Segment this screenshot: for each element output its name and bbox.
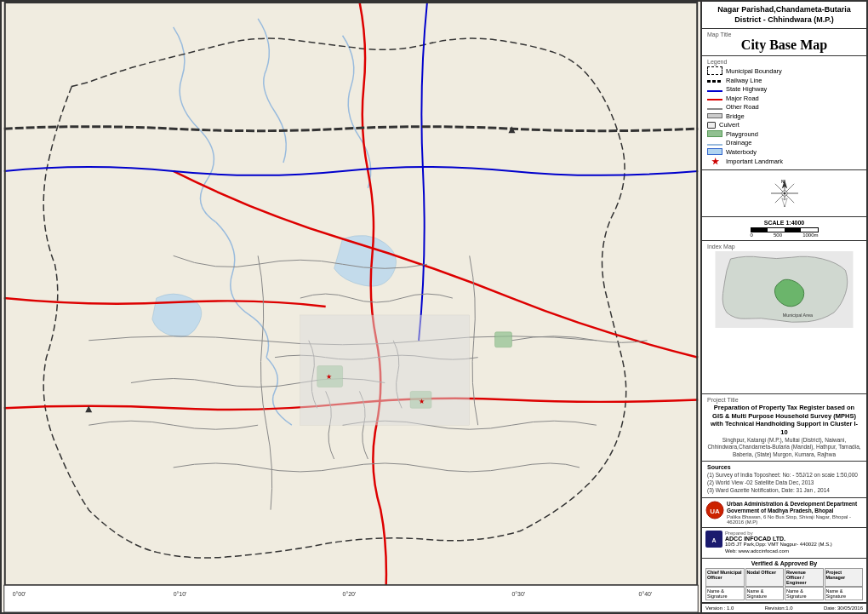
svg-rect-3 <box>495 332 512 347</box>
sig-cell-4: Name & Signature <box>825 587 864 600</box>
svg-rect-0 <box>4 2 698 612</box>
index-map-container: Municipal Area <box>707 251 861 328</box>
legend-item-statehwy: State Highway <box>707 85 861 93</box>
index-section: Index Map Municipal Area <box>702 241 866 394</box>
map-title-section: Map Title City Base Map <box>702 29 866 56</box>
legend-item-landmark: ★ Important Landmark <box>707 157 861 165</box>
verified-header-1: Chief Municipal Officer <box>705 568 745 587</box>
svg-text:UA: UA <box>710 508 720 515</box>
footer-date: Date: 30/05/2016 <box>824 605 863 611</box>
legend-icon-culvert <box>707 122 716 129</box>
legend-item-drainage: Drainage <box>707 139 861 146</box>
svg-text:0°10': 0°10' <box>174 591 187 597</box>
prep-address: 10/5 JT Park,Opp: VMT Nagpur- 440022 (M.… <box>725 542 832 548</box>
legend-item-otherroad: Other Road <box>707 103 861 111</box>
legend-icon-waterbody <box>707 148 722 155</box>
project-title-text: Preparation of Property Tax Register bas… <box>707 404 861 437</box>
legend-label-drainage: Drainage <box>726 139 751 146</box>
map-area: ★ ★ 0°00' 0°10' 0°20' 0°30' 0°40' <box>0 0 702 614</box>
footer-revision: Revision:1.0 <box>765 605 793 611</box>
verified-header-2: Nodal Officer <box>745 568 785 587</box>
footer-version: Version : 1.0 <box>705 605 734 611</box>
prep-company: ADCC INFOCAD LTD. <box>725 536 832 542</box>
legend-item-bridge: Bridge <box>707 112 861 120</box>
legend-item-culvert: Culvert <box>707 121 861 129</box>
org-address: Palika Bhawan, 6 No Bus Stop, Shivaji Na… <box>727 514 863 525</box>
prep-web: Web: www.adccinfocad.com <box>725 548 832 555</box>
sources-item-1: (1) Survey of India Toposheet: No: - 55J… <box>707 471 861 479</box>
legend-icon-otherroad <box>707 108 722 110</box>
scale-bar <box>707 227 861 232</box>
legend-icon-majorroad <box>707 99 722 100</box>
signature-row: Name & Signature Name & Signature Name &… <box>705 587 863 600</box>
legend-item-railway: Railway Line <box>707 77 861 84</box>
project-title-label: Project Title <box>707 397 861 403</box>
svg-rect-10 <box>4 585 698 612</box>
sources-label: Sources <box>707 464 861 470</box>
legend-label-playground: Playground <box>726 130 758 138</box>
legend-label-railway: Railway Line <box>726 77 762 84</box>
legend-label-otherroad: Other Road <box>726 103 759 111</box>
legend-label-culvert: Culvert <box>719 121 740 129</box>
verified-header-3: Revenue Officer / Engineer <box>785 568 824 587</box>
legend-item-playground: Playground <box>707 130 861 138</box>
project-title-section: Project Title Preparation of Property Ta… <box>702 394 866 462</box>
map-title: City Base Map <box>707 37 861 53</box>
svg-text:Municipal Area: Municipal Area <box>783 312 813 317</box>
legend-label-majorroad: Major Road <box>726 95 759 102</box>
svg-text:N: N <box>781 180 785 184</box>
prepared-by-section: A Prepared by ADCC INFOCAD LTD. 10/5 JT … <box>702 528 866 559</box>
prep-logo: A <box>705 531 722 551</box>
legend-icon-drainage <box>707 144 722 146</box>
right-panel: Nagar Parishad,Chandameta-Butaria Distri… <box>702 0 868 614</box>
svg-point-24 <box>783 192 785 194</box>
svg-text:★: ★ <box>419 398 425 405</box>
legend-icon-municipal <box>707 66 722 75</box>
scale-numbers: 05001000m <box>751 232 819 238</box>
legend-item-municipal: Municipal Boundary <box>707 66 861 75</box>
panel-header: Nagar Parishad,Chandameta-Butaria Distri… <box>702 2 866 29</box>
project-line3: with Technical Handholding Support in Cl… <box>711 420 858 436</box>
svg-text:0°00': 0°00' <box>13 591 26 597</box>
legend-label-statehwy: State Highway <box>726 85 767 93</box>
svg-text:A: A <box>711 537 716 543</box>
legend-item-waterbody: Waterbody <box>707 148 861 156</box>
legend-icon-railway <box>707 80 722 83</box>
sources-item-2: (2) World View -02 Satellite Data Dec, 2… <box>707 479 861 486</box>
org-logo: UA <box>705 501 724 523</box>
org-title-line2: District - Chhindwara (M.P.) <box>707 15 861 26</box>
legend-label-bridge: Bridge <box>726 112 745 120</box>
verified-section: Verified & Approved By Chief Municipal O… <box>702 559 866 603</box>
svg-text:0°40': 0°40' <box>639 591 653 597</box>
svg-text:0°20': 0°20' <box>343 591 357 597</box>
verified-header-4: Project Manager <box>825 568 864 587</box>
svg-text:0°30': 0°30' <box>511 591 525 597</box>
sig-cell-3: Name & Signature <box>785 587 824 600</box>
legend-section: Legend Municipal Boundary Railway Line S… <box>702 56 866 170</box>
org-title-line1: Nagar Parishad,Chandameta-Butaria <box>707 5 861 15</box>
index-map-label: Index Map <box>707 244 861 250</box>
legend-icon-landmark: ★ <box>707 157 722 165</box>
scale-section: SCALE 1:4000 05001000m <box>702 217 866 241</box>
verified-label: Verified & Approved By <box>705 560 863 566</box>
legend-label-municipal: Municipal Boundary <box>726 67 782 75</box>
north-arrow: N <box>768 176 802 210</box>
legend-item-majorroad: Major Road <box>707 95 861 102</box>
scale-label: SCALE 1:4000 <box>707 220 861 226</box>
sources-item-3: (3) Ward Gazette Notification, Date: 31 … <box>707 486 861 494</box>
panel-footer: Version : 1.0 Revision:1.0 Date: 30/05/2… <box>702 603 866 612</box>
legend-label: Legend <box>707 59 861 65</box>
org-name-line1: Urban Administration & Development Depar… <box>727 501 863 508</box>
legend-icon-bridge <box>707 113 722 118</box>
svg-text:★: ★ <box>326 373 332 381</box>
map-title-label: Map Title <box>707 32 861 37</box>
verified-grid: Chief Municipal Officer Nodal Officer Re… <box>705 568 863 587</box>
project-line1: Preparation of Property Tax Register bas… <box>714 404 854 411</box>
sig-cell-1: Name & Signature <box>705 587 745 600</box>
sources-section: Sources (1) Survey of India Toposheet: N… <box>702 462 866 497</box>
legend-icon-statehwy <box>707 90 722 92</box>
svg-rect-4 <box>300 315 470 425</box>
north-section: N <box>702 170 866 217</box>
organization-section: UA Urban Administration & Development De… <box>702 498 866 529</box>
org-name-line2: Government of Madhya Pradesh, Bhopal <box>727 508 863 514</box>
